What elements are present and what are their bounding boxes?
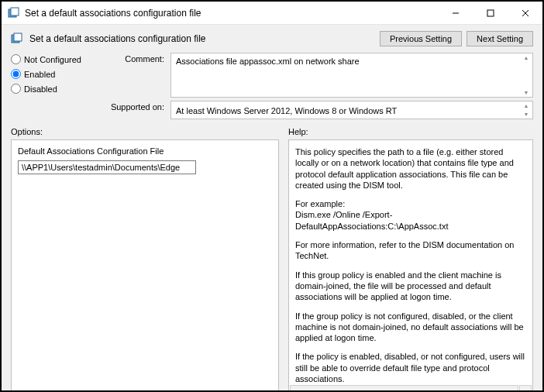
- comment-field[interactable]: Associations file appassoc.xml on networ…: [170, 53, 533, 98]
- svg-rect-1: [11, 8, 19, 15]
- options-panel: Default Associations Configuration File: [11, 139, 279, 392]
- previous-setting-button[interactable]: Previous Setting: [380, 31, 462, 46]
- radio-not-configured-label: Not Configured: [24, 55, 81, 64]
- window-title: Set a default associations configuration…: [25, 8, 438, 19]
- settings-grid: Not Configured Enabled Disabled Comment:…: [11, 53, 533, 119]
- close-button[interactable]: [508, 2, 542, 24]
- radio-disabled-label: Disabled: [24, 84, 57, 94]
- help-p2a: For example:: [295, 198, 526, 209]
- radio-not-configured-input[interactable]: [11, 54, 21, 64]
- help-p4: If this group policy is enabled and the …: [295, 270, 526, 303]
- options-label: Options:: [11, 127, 279, 136]
- radio-not-configured[interactable]: Not Configured: [11, 54, 96, 64]
- titlebar: Set a default associations configuration…: [2, 2, 542, 25]
- supported-field: At least Windows Server 2012, Windows 8 …: [170, 101, 533, 119]
- help-p5: If the group policy is not configured, d…: [295, 311, 526, 344]
- comment-value: Associations file appassoc.xml on networ…: [176, 57, 360, 66]
- supported-value: At least Windows Server 2012, Windows 8 …: [176, 106, 397, 115]
- policy-title: Set a default associations configuration…: [29, 33, 374, 44]
- help-label: Help:: [288, 127, 533, 136]
- minimize-button[interactable]: [438, 2, 473, 24]
- next-setting-button[interactable]: Next Setting: [467, 31, 533, 46]
- svg-rect-3: [487, 10, 494, 16]
- help-panel: This policy specifies the path to a file…: [288, 139, 533, 392]
- content-area: Set a default associations configuration…: [2, 25, 542, 392]
- maximize-button[interactable]: [473, 2, 508, 24]
- body-row: Options: Default Associations Configurat…: [11, 127, 533, 392]
- radio-enabled-input[interactable]: [11, 69, 21, 79]
- svg-rect-7: [14, 33, 22, 41]
- option-field-input[interactable]: [18, 160, 196, 174]
- policy-icon: [11, 33, 23, 45]
- supported-label: Supported on:: [102, 101, 164, 112]
- radio-enabled-label: Enabled: [24, 70, 55, 79]
- help-p1: This policy specifies the path to a file…: [295, 146, 526, 191]
- radio-disabled[interactable]: Disabled: [11, 84, 96, 94]
- comment-label: Comment:: [102, 53, 164, 64]
- comment-scroll[interactable]: ▲▼: [522, 55, 531, 95]
- app-icon: [8, 7, 20, 19]
- supported-scroll[interactable]: ▲▼: [522, 103, 531, 117]
- help-scroll-corner: [519, 385, 532, 392]
- policy-header: Set a default associations configuration…: [11, 31, 533, 46]
- window-controls: [438, 2, 542, 24]
- help-p3: For more information, refer to the DISM …: [295, 239, 526, 262]
- help-p2b: Dism.exe /Online /Export-DefaultAppAssoc…: [295, 209, 526, 232]
- radio-disabled-input[interactable]: [11, 84, 21, 94]
- help-scroll-h[interactable]: [290, 385, 518, 392]
- help-p6: If the policy is enabled, disabled, or n…: [295, 351, 526, 384]
- radio-enabled[interactable]: Enabled: [11, 69, 96, 79]
- option-field-label: Default Associations Configuration File: [18, 146, 272, 156]
- help-text: This policy specifies the path to a file…: [295, 146, 526, 384]
